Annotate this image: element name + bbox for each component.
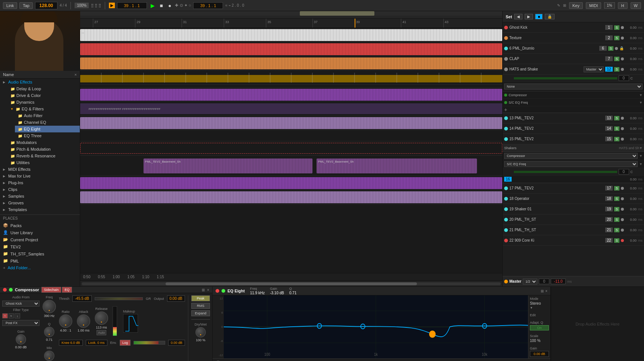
- track-texture[interactable]: Texture 2 S 0.00 ms: [503, 33, 644, 43]
- band-1-type-icon[interactable]: ⌒: [216, 360, 220, 361]
- play-button[interactable]: ▶: [149, 2, 156, 9]
- look-val-display[interactable]: Look. 0 ms: [86, 340, 107, 346]
- level-db-val[interactable]: 0.00 dB: [168, 340, 185, 346]
- expand-btn[interactable]: Expand: [191, 310, 210, 316]
- eq-graph[interactable]: 100 1k 10k: [224, 295, 528, 358]
- clip-pml-tev2-1[interactable]: PML_TEV2_Basement_Sh: [144, 158, 312, 173]
- track-s-13-pml[interactable]: S: [614, 116, 619, 120]
- browser-item-utilities[interactable]: 📁 Utilities: [7, 159, 80, 166]
- browser-item-audio-effects[interactable]: ▶ Audio Effects: [0, 79, 80, 85]
- zoom-level[interactable]: 100%: [75, 3, 89, 8]
- gain2-val[interactable]: 0.00 dB: [530, 351, 549, 357]
- knee-val-display[interactable]: Knee 6.0 dB: [59, 340, 83, 346]
- places-item-pml[interactable]: 📁 PML: [0, 257, 80, 264]
- output-val[interactable]: 0.00 dB: [167, 295, 185, 302]
- browser-item-plug-ins[interactable]: ▶ Plug-Ins: [0, 179, 80, 186]
- comp-gain-knob[interactable]: [16, 334, 26, 345]
- midi-button[interactable]: MIDI: [586, 2, 601, 9]
- filter-bp-btn[interactable]: ≈: [9, 313, 14, 318]
- places-item-th-stf[interactable]: 📁 TH_STF_Samples: [0, 250, 80, 257]
- track-17-pml[interactable]: 17 PML_TEV2 17 S 0.00 ms: [503, 183, 644, 194]
- browser-item-eq-eight[interactable]: 📁 EQ Eight: [15, 126, 80, 132]
- shakers-compressor-select[interactable]: Compressor: [504, 153, 638, 159]
- master-frac-select[interactable]: 1/2: [523, 279, 537, 285]
- track-14-pml[interactable]: 14 PML_TEV2 14 S 0.00 ms: [503, 123, 644, 134]
- peak-btn[interactable]: Peak: [191, 295, 210, 301]
- browser-item-grooves[interactable]: ▶ Grooves: [0, 200, 80, 206]
- track-s-14-pml[interactable]: S: [614, 126, 619, 131]
- master-pan[interactable]: 0: [539, 279, 549, 284]
- eq-power-off-dot[interactable]: [216, 289, 219, 293]
- browser-item-clips[interactable]: ▶ Clips: [0, 186, 80, 193]
- places-item-current-project[interactable]: 📂 Current Project: [0, 236, 80, 243]
- h-scrollbar-track[interactable]: [82, 282, 501, 285]
- shakers-fader[interactable]: [514, 171, 617, 173]
- clip-pml-drumlo[interactable]: [80, 57, 502, 69]
- browser-item-auto-filter[interactable]: 📁 Auto Filter: [15, 112, 80, 119]
- sidechain-btn[interactable]: Sidechain: [41, 287, 62, 293]
- comp-mix-knob[interactable]: [44, 351, 54, 361]
- post-fx-select[interactable]: Post FX: [2, 320, 40, 326]
- track-13-pml[interactable]: 13 PML_TEV2 13 S 0.00 ms: [503, 113, 644, 123]
- attack-knob[interactable]: [77, 314, 90, 328]
- browser-item-max-for-live[interactable]: ▶ Max for Live: [0, 173, 80, 179]
- track-22-909[interactable]: 22 909 Core Ki 22 S 0.00 ms: [503, 235, 644, 246]
- browser-item-samples[interactable]: ▶ Samples: [0, 193, 80, 200]
- track-s-texture[interactable]: S: [614, 36, 619, 40]
- mode-dropdown-arrow[interactable]: ▼: [530, 306, 549, 310]
- filter-hp-btn[interactable]: ↑: [2, 313, 8, 318]
- hats-fader[interactable]: [514, 77, 617, 79]
- clip-purple-4[interactable]: [80, 177, 502, 189]
- set-view-btn[interactable]: ■: [535, 14, 543, 19]
- browser-item-eq-filters[interactable]: ▼ 📁 EQ & Filters: [7, 106, 80, 112]
- track-s-pml-drumlo[interactable]: S: [608, 46, 613, 51]
- h-button[interactable]: H: [618, 2, 628, 9]
- clip-purple-1[interactable]: [80, 89, 502, 101]
- set-back-btn[interactable]: ◀: [514, 14, 522, 19]
- set-lock-btn[interactable]: 🔒: [545, 14, 555, 19]
- eq-close-icon[interactable]: ×: [545, 289, 547, 293]
- eq-btn[interactable]: EQ: [62, 287, 72, 293]
- track-18-operator[interactable]: 18 Operator 18 S 0.00 ms: [503, 194, 644, 204]
- metronome-btn[interactable]: ✚ ⊙ ✦ ○: [175, 3, 191, 8]
- comp-q-knob[interactable]: [44, 327, 54, 337]
- w-button[interactable]: W: [631, 2, 641, 9]
- add-device-btn[interactable]: +: [504, 107, 507, 113]
- tempo-display[interactable]: 128.00: [35, 2, 57, 9]
- track-s-19[interactable]: S: [614, 207, 619, 211]
- stop-button[interactable]: ■: [158, 2, 164, 9]
- clip-texture[interactable]: [80, 43, 502, 55]
- tap-button[interactable]: Tap: [19, 2, 33, 9]
- release-mode-val[interactable]: Auto: [97, 330, 107, 335]
- track-s-18[interactable]: S: [614, 197, 619, 201]
- browser-item-templates[interactable]: ▶ Templates: [0, 206, 80, 213]
- track-pml-drumlo[interactable]: 6 PML_Drumlo 6 S 🔒 0.00 ms: [503, 43, 644, 54]
- clip-ghost-kick[interactable]: ...: [80, 29, 502, 41]
- track-hats-shake[interactable]: HATS and Shake Master 12 S 0.00 ms: [503, 64, 644, 75]
- places-item-packs[interactable]: 📦 Packs: [0, 222, 80, 229]
- browser-item-dynamics[interactable]: 📁 Dynamics: [7, 99, 80, 106]
- track-21-pml-th[interactable]: 21 PML_TH_ST 21 S 0.00 ms: [503, 225, 644, 235]
- eq-expand-icon[interactable]: ⊞: [541, 289, 544, 293]
- set-fwd-btn[interactable]: ▶: [525, 14, 533, 19]
- browser-item-eq-three[interactable]: 📁 EQ Three: [15, 132, 80, 139]
- comp-freq-knob[interactable]: [43, 300, 56, 313]
- env-val-btn[interactable]: Log: [120, 340, 131, 346]
- track-s-hats[interactable]: S: [614, 67, 619, 72]
- track-clap[interactable]: CLAP 7 S 0.00 ms: [503, 54, 644, 64]
- comp-power-on-dot[interactable]: [9, 288, 13, 292]
- hats-pan-val[interactable]: 0: [619, 75, 629, 81]
- hats-routing-select[interactable]: Master: [584, 66, 604, 72]
- browser-close-icon[interactable]: ×: [75, 72, 77, 77]
- browser-item-pitch-mod[interactable]: 📁 Pitch & Modulation: [7, 146, 80, 153]
- comp-power-off-dot[interactable]: [3, 288, 7, 292]
- link-button[interactable]: Link: [3, 2, 17, 9]
- record-button[interactable]: ●: [167, 2, 173, 9]
- shakers-eq-select[interactable]: S/C EQ Freq: [504, 161, 638, 167]
- timeline-tracks[interactable]: ...: [80, 28, 502, 273]
- comp-expand-icon[interactable]: ⊞: [202, 288, 205, 292]
- places-item-tev2[interactable]: 📁 TEV2: [0, 243, 80, 250]
- chain-none-select[interactable]: None: [504, 84, 643, 90]
- shakers-pan[interactable]: 0: [619, 169, 629, 175]
- clip-purple-5[interactable]: [80, 191, 502, 203]
